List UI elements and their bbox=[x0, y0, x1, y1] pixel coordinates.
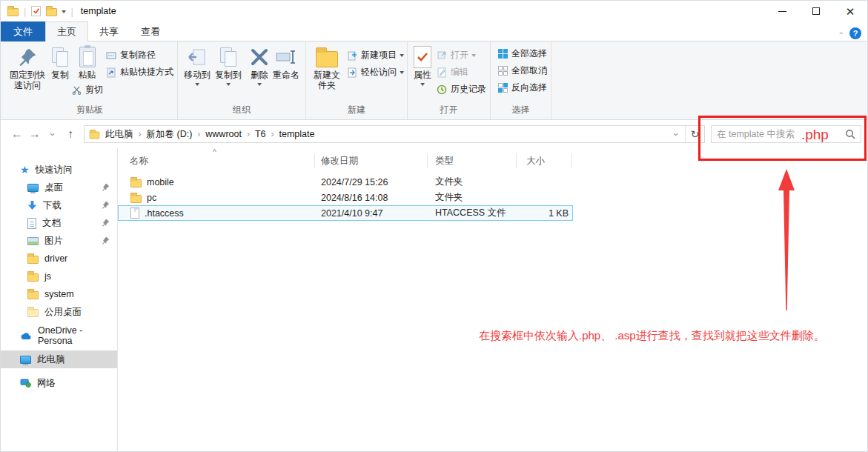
sidebar-item-public-desktop[interactable]: 公用桌面 bbox=[1, 303, 117, 321]
breadcrumb-item[interactable]: T6 bbox=[250, 129, 271, 139]
pinned-icon bbox=[102, 183, 110, 191]
select-all-button[interactable]: 全部选择 bbox=[497, 47, 547, 60]
file-row-htaccess[interactable]: .htaccess 2021/4/10 9:47 HTACCESS 文件 1 K… bbox=[118, 205, 573, 221]
close-icon: ✕ bbox=[846, 6, 855, 17]
file-list-pane: ^ 名称 修改日期 类型 大小 mobile 2024/7/29 15:26 文… bbox=[118, 148, 867, 452]
sidebar-item-documents[interactable]: 文档 bbox=[1, 214, 117, 232]
ribbon-group-clipboard: 固定到快速访问 复制 粘贴 剪切 bbox=[2, 41, 178, 119]
help-icon[interactable]: ? bbox=[849, 27, 861, 39]
qat-properties-icon[interactable] bbox=[31, 6, 41, 16]
group-label-clipboard: 剪贴板 bbox=[6, 103, 173, 119]
folder-icon bbox=[27, 309, 39, 317]
column-header-size[interactable]: 大小 bbox=[517, 153, 572, 168]
refresh-icon[interactable]: ↻ bbox=[685, 126, 704, 142]
sidebar-item-network[interactable]: 网络 bbox=[1, 374, 117, 392]
column-header-name[interactable]: 名称 bbox=[118, 153, 315, 168]
titlebar: | ▾ | template ✕ bbox=[1, 1, 867, 21]
column-header-type[interactable]: 类型 bbox=[428, 153, 517, 168]
group-label-new: 新建 bbox=[310, 103, 403, 119]
properties-button[interactable]: 属性 ▾ bbox=[411, 44, 434, 89]
maximize-button[interactable] bbox=[799, 1, 833, 21]
rename-icon bbox=[276, 45, 296, 69]
sidebar-item-this-pc[interactable]: 此电脑 bbox=[1, 350, 117, 368]
column-header-date[interactable]: 修改日期 bbox=[315, 153, 428, 168]
qat-new-folder-icon[interactable] bbox=[46, 8, 57, 16]
breadcrumb-item[interactable]: wwwroot bbox=[200, 129, 247, 139]
paste-shortcut-icon bbox=[106, 67, 116, 78]
qat-dropdown-icon[interactable]: ▾ bbox=[62, 8, 67, 15]
sidebar-item-system[interactable]: system bbox=[1, 285, 117, 303]
search-placeholder: 在 template 中搜索 bbox=[717, 128, 795, 141]
open-button[interactable]: 打开 ▾ bbox=[437, 49, 486, 62]
breadcrumb-item[interactable]: 新加卷 (D:) bbox=[142, 128, 198, 141]
sidebar-item-onedrive[interactable]: OneDrive - Persona bbox=[1, 327, 117, 345]
downloads-icon bbox=[27, 200, 37, 210]
search-icon[interactable] bbox=[845, 129, 855, 139]
sidebar-item-driver[interactable]: driver bbox=[1, 250, 117, 267]
search-typed-text: .php bbox=[801, 127, 829, 142]
dropdown-icon: ▾ bbox=[471, 52, 476, 59]
file-icon bbox=[130, 207, 139, 219]
delete-button[interactable]: 删除 ▾ bbox=[248, 44, 271, 89]
breadcrumb-item[interactable]: template bbox=[274, 129, 320, 139]
tab-file[interactable]: 文件 bbox=[1, 21, 45, 41]
desktop-icon bbox=[27, 184, 39, 192]
tab-view[interactable]: 查看 bbox=[130, 21, 171, 41]
sidebar-item-downloads[interactable]: 下载 bbox=[1, 196, 117, 214]
select-none-button[interactable]: 全部取消 bbox=[497, 64, 547, 77]
paste-button[interactable]: 粘贴 bbox=[76, 44, 99, 82]
pictures-icon bbox=[27, 237, 39, 245]
navigation-pane: ★ 快速访问 桌面 下载 文档 图片 bbox=[1, 148, 118, 452]
pinned-icon bbox=[102, 201, 110, 209]
cut-button[interactable]: 剪切 bbox=[71, 84, 103, 96]
back-button[interactable]: ← bbox=[8, 125, 26, 143]
sidebar-item-desktop[interactable]: 桌面 bbox=[1, 179, 117, 196]
close-button[interactable]: ✕ bbox=[833, 1, 867, 21]
move-to-button[interactable]: 移动到 ▾ bbox=[182, 44, 213, 89]
file-row-mobile[interactable]: mobile 2024/7/29 15:26 文件夹 bbox=[118, 174, 573, 190]
tab-home[interactable]: 主页 bbox=[45, 21, 88, 41]
dropdown-icon: ▾ bbox=[226, 81, 231, 87]
explorer-window: | ▾ | template ✕ 文件 主页 共享 查看 › ? bbox=[0, 0, 868, 452]
rename-button[interactable]: 重命名 bbox=[271, 44, 302, 82]
dropdown-icon: ▾ bbox=[400, 69, 404, 76]
edit-button[interactable]: 编辑 bbox=[437, 66, 486, 79]
new-item-button[interactable]: 新建项目 ▾ bbox=[347, 49, 403, 62]
invert-selection-button[interactable]: 反向选择 bbox=[497, 82, 547, 94]
minimize-button[interactable] bbox=[765, 1, 799, 21]
sort-ascending-icon: ^ bbox=[213, 148, 216, 156]
group-label-select: 选择 bbox=[494, 103, 547, 119]
qat-separator: | bbox=[24, 6, 26, 17]
recent-locations-icon[interactable]: › bbox=[44, 125, 62, 143]
group-label-open: 打开 bbox=[411, 103, 486, 119]
address-dropdown-icon[interactable]: › bbox=[667, 126, 685, 142]
forward-button[interactable]: → bbox=[26, 125, 44, 143]
pin-to-quick-access-button[interactable]: 固定到快速访问 bbox=[6, 44, 49, 92]
easy-access-button[interactable]: 轻松访问 ▾ bbox=[347, 66, 403, 79]
ribbon: 固定到快速访问 复制 粘贴 剪切 bbox=[1, 41, 867, 120]
file-row-pc[interactable]: pc 2024/8/16 14:08 文件夹 bbox=[118, 190, 573, 205]
sidebar-item-pictures[interactable]: 图片 bbox=[1, 232, 117, 250]
breadcrumb-item[interactable]: 此电脑 bbox=[100, 128, 139, 141]
sidebar-item-quick-access[interactable]: ★ 快速访问 bbox=[1, 161, 117, 179]
search-input[interactable]: 在 template 中搜索 .php bbox=[711, 125, 861, 143]
up-button[interactable]: ↑ bbox=[62, 125, 79, 143]
dropdown-icon: ▾ bbox=[420, 81, 425, 87]
paste-shortcut-button[interactable]: 粘贴快捷方式 bbox=[106, 66, 173, 79]
edit-icon bbox=[437, 67, 447, 78]
tab-share[interactable]: 共享 bbox=[88, 21, 130, 41]
address-bar[interactable]: 此电脑› 新加卷 (D:)› wwwroot› T6› template › ↻ bbox=[84, 125, 705, 143]
collapse-ribbon-icon[interactable]: › bbox=[836, 32, 845, 35]
folder-icon bbox=[130, 195, 142, 203]
history-button[interactable]: 历史记录 bbox=[437, 83, 486, 96]
new-folder-button[interactable]: 新建文件夹 bbox=[310, 44, 344, 92]
copy-path-button[interactable]: 复制路径 bbox=[106, 49, 173, 62]
copy-button[interactable]: 复制 bbox=[49, 44, 71, 82]
folder-icon bbox=[27, 256, 39, 264]
sidebar-item-js[interactable]: js bbox=[1, 267, 117, 285]
copy-to-button[interactable]: 复制到 ▾ bbox=[213, 44, 244, 89]
onedrive-cloud-icon bbox=[20, 332, 32, 340]
ribbon-group-new: 新建文件夹 新建项目 ▾ 轻松访问 ▾ bbox=[306, 41, 408, 119]
annotation-note: 在搜索框中依次输入.php、 .asp进行查找，查找到就把这些文件删除。 bbox=[479, 329, 825, 343]
ribbon-group-open: 属性 ▾ 打开 ▾ 编辑 bbox=[408, 41, 491, 119]
